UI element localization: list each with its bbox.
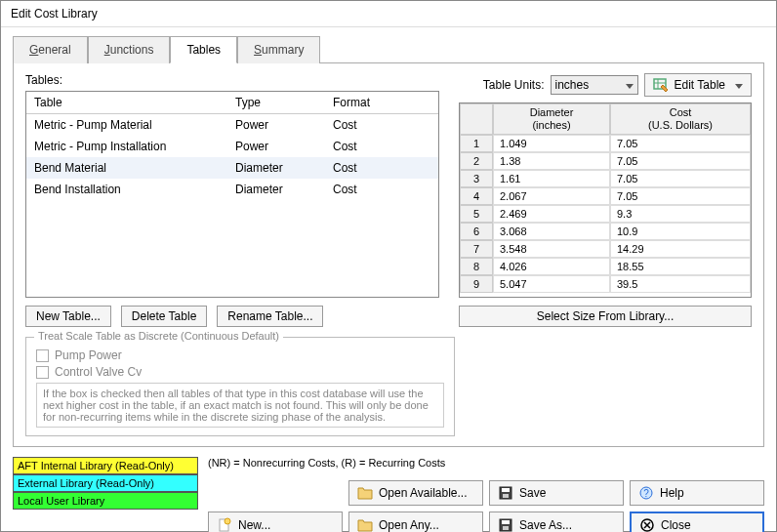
grid-cell-diameter[interactable]: 1.61 xyxy=(493,170,610,187)
rename-table-button[interactable]: Rename Table... xyxy=(217,306,323,327)
chevron-down-icon xyxy=(731,78,743,92)
table-name: Bend Material xyxy=(34,161,235,175)
discrete-fieldset: Treat Scale Table as Discrete (Continuou… xyxy=(25,337,455,436)
col-type: Type xyxy=(235,96,333,109)
tab-tables[interactable]: Tables xyxy=(170,36,237,63)
table-format: Cost xyxy=(333,183,430,196)
grid-header-cost: Cost(U.S. Dollars) xyxy=(610,103,751,135)
table-type: Diameter xyxy=(235,183,333,196)
save-button[interactable]: Save xyxy=(489,480,624,506)
table-type: Diameter xyxy=(235,161,333,175)
pump-power-label: Pump Power xyxy=(55,348,122,362)
library-legend: AFT Internal Library (Read-Only) Externa… xyxy=(13,457,198,510)
save-icon xyxy=(498,485,513,501)
table-format: Cost xyxy=(333,161,430,175)
svg-text:?: ? xyxy=(643,488,649,499)
grid-row-index: 8 xyxy=(460,258,493,275)
table-name: Metric - Pump Material xyxy=(34,118,235,132)
open-any-button[interactable]: Open Any... xyxy=(348,512,483,532)
discrete-legend: Treat Scale Table as Discrete (Continuou… xyxy=(34,330,283,342)
svg-rect-12 xyxy=(503,526,509,530)
tables-label: Tables: xyxy=(25,73,439,87)
grid-cell-cost[interactable]: 14.29 xyxy=(610,240,751,258)
grid-cell-cost[interactable]: 39.5 xyxy=(610,275,751,293)
table-edit-icon xyxy=(653,77,669,93)
grid-cell-cost[interactable]: 9.3 xyxy=(610,205,751,223)
table-name: Bend Installation xyxy=(34,183,235,196)
pump-power-checkbox xyxy=(36,349,49,362)
help-icon: ? xyxy=(638,485,654,501)
grid-cell-cost[interactable]: 7.05 xyxy=(610,135,751,152)
grid-row-index: 6 xyxy=(460,223,493,240)
grid-cell-cost[interactable]: 7.05 xyxy=(610,187,751,205)
grid-row-index: 5 xyxy=(460,205,493,223)
table-row[interactable]: Metric - Pump MaterialPowerCost xyxy=(26,114,438,136)
close-icon xyxy=(639,517,655,532)
grid-cell-diameter[interactable]: 2.469 xyxy=(493,205,610,223)
control-valve-label: Control Valve Cv xyxy=(55,365,142,379)
lib-local: Local User Library xyxy=(13,492,198,510)
new-file-icon xyxy=(217,517,232,532)
folder-open-icon xyxy=(357,485,373,501)
svg-point-9 xyxy=(225,518,230,524)
grid-cell-cost[interactable]: 7.05 xyxy=(610,170,751,187)
table-type: Power xyxy=(235,118,333,132)
grid-header-index xyxy=(460,103,493,135)
grid-cell-diameter[interactable]: 4.026 xyxy=(493,258,610,275)
table-name: Metric - Pump Installation xyxy=(34,140,235,153)
lib-external: External Library (Read-Only) xyxy=(13,474,198,492)
folder-icon xyxy=(357,517,373,532)
save-as-button[interactable]: Save As... xyxy=(489,512,624,532)
col-table: Table xyxy=(34,96,235,109)
grid-cell-cost[interactable]: 10.9 xyxy=(610,223,751,240)
grid-cell-diameter[interactable]: 1.38 xyxy=(493,152,610,170)
edit-table-button[interactable]: Edit Table xyxy=(644,73,752,97)
svg-rect-4 xyxy=(502,488,510,492)
table-format: Cost xyxy=(333,118,430,132)
chevron-down-icon xyxy=(622,78,634,92)
table-format: Cost xyxy=(333,140,430,153)
table-row[interactable]: Bend MaterialDiameterCost xyxy=(26,157,438,179)
table-units-label: Table Units: xyxy=(483,78,545,92)
grid-row-index: 3 xyxy=(460,170,493,187)
grid-row-index: 4 xyxy=(460,187,493,205)
table-type: Power xyxy=(235,140,333,153)
grid-cell-diameter[interactable]: 3.548 xyxy=(493,240,610,258)
new-table-button[interactable]: New Table... xyxy=(25,306,111,327)
select-size-button[interactable]: Select Size From Library... xyxy=(459,306,752,327)
tab-summary[interactable]: Summary xyxy=(237,36,320,63)
window-title: Edit Cost Library xyxy=(1,1,776,27)
tables-list[interactable]: Table Type Format Metric - Pump Material… xyxy=(25,91,439,298)
table-row[interactable]: Bend InstallationDiameterCost xyxy=(26,179,438,200)
table-row[interactable]: Metric - Pump InstallationPowerCost xyxy=(26,136,438,157)
control-valve-checkbox xyxy=(36,366,49,379)
cost-legend-note: (NR) = Nonrecurring Costs, (R) = Recurri… xyxy=(208,457,764,469)
grid-cell-diameter[interactable]: 1.049 xyxy=(493,135,610,152)
help-button[interactable]: ? Help xyxy=(630,480,764,506)
tab-junctions[interactable]: Junctions xyxy=(88,36,171,63)
grid-row-index: 9 xyxy=(460,275,493,293)
grid-header-diameter: Diameter(inches) xyxy=(493,103,610,135)
grid-row-index: 2 xyxy=(460,152,493,170)
svg-rect-5 xyxy=(503,494,509,498)
tab-general[interactable]: General xyxy=(13,36,88,63)
grid-cell-cost[interactable]: 7.05 xyxy=(610,152,751,170)
discrete-note: If the box is checked then all tables of… xyxy=(36,383,444,428)
svg-rect-11 xyxy=(502,520,510,524)
open-available-button[interactable]: Open Available... xyxy=(348,480,483,506)
grid-cell-cost[interactable]: 18.55 xyxy=(610,258,751,275)
col-format: Format xyxy=(333,96,430,109)
grid-row-index: 1 xyxy=(460,135,493,152)
grid-cell-diameter[interactable]: 2.067 xyxy=(493,187,610,205)
save-as-icon xyxy=(498,517,513,532)
cost-grid[interactable]: Diameter(inches)Cost(U.S. Dollars)11.049… xyxy=(459,102,752,298)
grid-cell-diameter[interactable]: 3.068 xyxy=(493,223,610,240)
close-button[interactable]: Close xyxy=(630,512,764,532)
table-units-select[interactable]: inches xyxy=(551,75,638,95)
tab-bar: General Junctions Tables Summary xyxy=(13,35,764,63)
delete-table-button[interactable]: Delete Table xyxy=(121,306,208,327)
grid-cell-diameter[interactable]: 5.047 xyxy=(493,275,610,293)
lib-aft: AFT Internal Library (Read-Only) xyxy=(13,457,198,474)
new-button[interactable]: New... xyxy=(208,512,343,532)
grid-row-index: 7 xyxy=(460,240,493,258)
